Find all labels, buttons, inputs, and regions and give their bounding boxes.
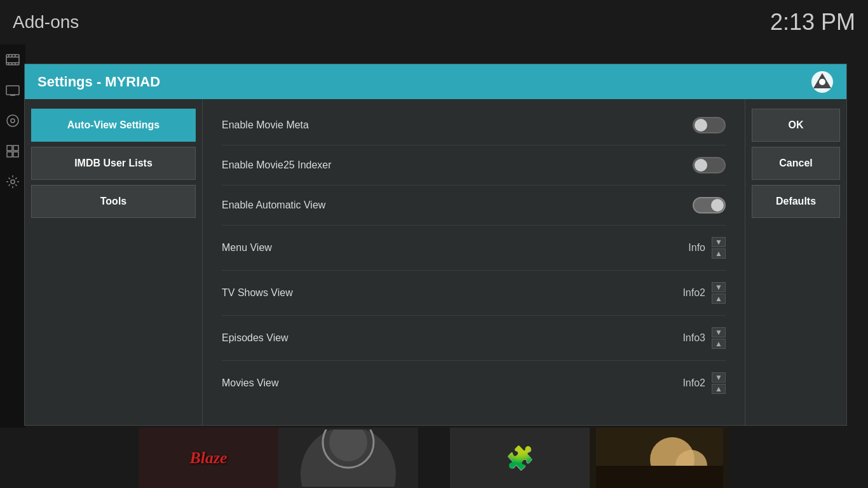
movies-view-label: Movies View [222, 377, 667, 389]
sidebar-icon-settings[interactable] [4, 173, 22, 191]
svg-rect-3 [8, 55, 10, 57]
tv-shows-view-value: Info2 [667, 287, 705, 299]
menu-view-control: Info ▼ ▲ [667, 237, 726, 259]
nav-panel: Auto-View Settings IMDB User Lists Tools [25, 99, 203, 425]
setting-enable-automatic-view: Enable Automatic View [222, 186, 726, 226]
svg-rect-5 [15, 55, 16, 57]
svg-rect-4 [11, 55, 13, 57]
sidebar-icon-movies[interactable] [4, 51, 22, 69]
nav-item-tools[interactable]: Tools [31, 185, 196, 218]
tv-shows-view-label: TV Shows View [222, 287, 667, 299]
setting-enable-movie25: Enable Movie25 Indexer [222, 146, 726, 186]
svg-rect-9 [6, 86, 19, 95]
movies-view-spinner[interactable]: ▼ ▲ [712, 372, 726, 394]
bottom-thumbnails: Blaze 🧩 [0, 428, 868, 488]
movies-view-value: Info2 [667, 377, 705, 389]
thumb-puzzle-icon: 🧩 [506, 445, 534, 471]
svg-rect-28 [596, 466, 723, 488]
movies-view-control: Info2 ▼ ▲ [667, 372, 726, 394]
setting-menu-view: Menu View Info ▼ ▲ [222, 226, 726, 271]
episodes-view-label: Episodes View [222, 332, 667, 344]
sidebar-icon-music[interactable] [4, 112, 22, 130]
movies-down[interactable]: ▼ [712, 372, 726, 383]
dialog-body: Auto-View Settings IMDB User Lists Tools… [25, 99, 846, 425]
menu-view-label: Menu View [222, 242, 667, 254]
menu-view-up[interactable]: ▲ [712, 248, 726, 259]
enable-automatic-view-toggle[interactable] [693, 197, 726, 214]
setting-tv-shows-view: TV Shows View Info2 ▼ ▲ [222, 271, 726, 316]
ok-button[interactable]: OK [752, 109, 840, 142]
enable-movie25-label: Enable Movie25 Indexer [222, 159, 693, 171]
menu-view-value: Info [667, 242, 705, 254]
menu-view-spinner[interactable]: ▼ ▲ [712, 237, 726, 259]
episodes-up[interactable]: ▲ [712, 339, 726, 349]
settings-content: Enable Movie Meta Enable Movie25 Indexer… [203, 99, 745, 425]
enable-movie25-control [693, 157, 726, 173]
dialog-header: Settings - MYRIAD [25, 64, 846, 99]
settings-dialog: Settings - MYRIAD Auto-View Settings IMD… [24, 64, 847, 426]
nav-item-auto-view[interactable]: Auto-View Settings [31, 109, 196, 142]
svg-rect-17 [13, 152, 18, 157]
episodes-view-spinner[interactable]: ▼ ▲ [712, 327, 726, 349]
app-title: Add-ons [13, 12, 79, 32]
setting-enable-movie-meta: Enable Movie Meta [222, 105, 726, 146]
episodes-view-control: Info3 ▼ ▲ [667, 327, 726, 349]
tv-shows-down[interactable]: ▼ [712, 282, 726, 292]
tv-shows-view-spinner[interactable]: ▼ ▲ [712, 282, 726, 304]
enable-movie-meta-toggle[interactable] [693, 117, 726, 133]
enable-automatic-view-label: Enable Automatic View [222, 200, 693, 211]
clock: 2:13 PM [770, 9, 855, 36]
svg-point-13 [11, 119, 15, 123]
tv-shows-view-control: Info2 ▼ ▲ [667, 282, 726, 304]
buttons-panel: OK Cancel Defaults [745, 99, 846, 425]
enable-movie25-toggle[interactable] [693, 157, 726, 173]
enable-movie-meta-control [693, 117, 726, 133]
menu-view-down[interactable]: ▼ [712, 237, 726, 247]
sidebar-icons [0, 44, 25, 488]
sidebar-icon-addon[interactable] [4, 142, 22, 160]
top-bar: Add-ons 2:13 PM [0, 0, 868, 44]
svg-rect-6 [8, 62, 10, 65]
svg-point-21 [819, 79, 825, 85]
dialog-title: Settings - MYRIAD [37, 74, 160, 90]
episodes-view-value: Info3 [667, 332, 705, 344]
setting-episodes-view: Episodes View Info3 ▼ ▲ [222, 316, 726, 361]
svg-rect-8 [15, 62, 16, 65]
movies-up[interactable]: ▲ [712, 384, 726, 394]
setting-movies-view: Movies View Info2 ▼ ▲ [222, 361, 726, 405]
svg-rect-15 [13, 146, 18, 151]
svg-rect-1 [6, 57, 19, 58]
thumb-flame-text: Blaze [189, 449, 227, 468]
tv-shows-up[interactable]: ▲ [712, 294, 726, 304]
svg-rect-16 [7, 152, 12, 157]
nav-item-imdb[interactable]: IMDB User Lists [31, 147, 196, 180]
sidebar-icon-tv[interactable] [4, 81, 22, 99]
svg-rect-7 [11, 62, 13, 65]
svg-point-18 [11, 180, 15, 184]
enable-automatic-view-control [693, 197, 726, 214]
svg-point-12 [7, 115, 18, 126]
episodes-down[interactable]: ▼ [712, 327, 726, 337]
defaults-button[interactable]: Defaults [752, 185, 840, 218]
enable-movie-meta-label: Enable Movie Meta [222, 119, 693, 131]
cancel-button[interactable]: Cancel [752, 147, 840, 180]
svg-rect-14 [7, 146, 12, 151]
kodi-logo [811, 71, 834, 93]
